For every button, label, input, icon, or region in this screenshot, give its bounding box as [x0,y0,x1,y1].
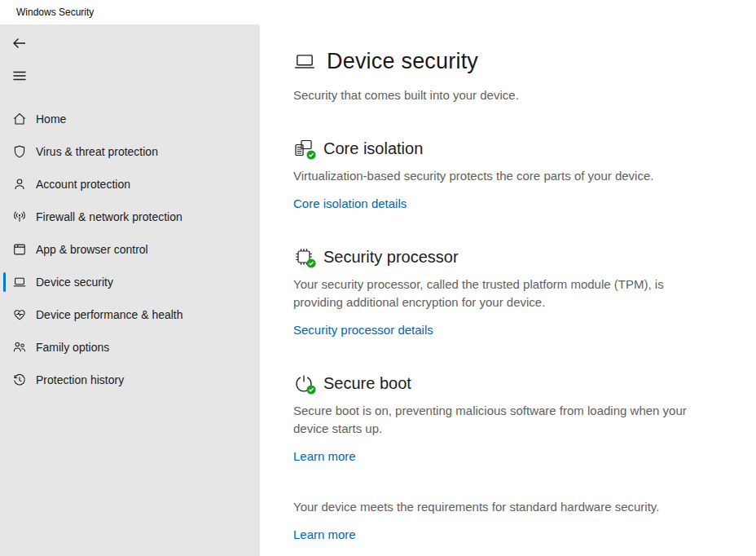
sidebar-item-label: Device performance & health [36,308,183,321]
selection-accent-bar [3,272,6,292]
shield-icon [12,144,27,159]
hardware-security-status: Your device meets the requirements for s… [293,498,705,541]
main-content: Device security Security that comes buil… [260,24,756,556]
hardware-security-text: Your device meets the requirements for s… [293,498,705,516]
back-arrow-icon [11,35,28,51]
sidebar-item-virus-threat-protection[interactable]: Virus & threat protection [0,135,260,168]
core-isolation-icon [293,138,314,159]
sidebar-item-label: Device security [36,276,113,289]
sidebar-item-protection-history[interactable]: Protection history [0,364,260,396]
window-title: Windows Security [0,7,94,18]
page-subtitle: Security that comes built into your devi… [293,88,756,102]
section-description: Secure boot is on, preventing malicious … [293,402,705,438]
sidebar-item-device-security[interactable]: Device security [0,266,260,298]
history-icon [12,373,27,387]
sidebar-item-firewall-network-protection[interactable]: Firewall & network protection [0,201,260,233]
sidebar-item-family-options[interactable]: Family options [0,331,260,364]
home-icon [12,112,27,126]
page-header: Device security [293,49,756,74]
status-ok-badge [306,385,316,395]
sidebar-item-label: Firewall & network protection [36,210,182,223]
sidebar-item-home[interactable]: Home [0,103,260,135]
sidebar-item-label: Protection history [36,373,124,386]
sidebar-item-label: App & browser control [36,243,148,256]
security-processor-chip-icon [293,246,314,267]
section-title: Core isolation [323,139,423,158]
antenna-icon [12,210,27,224]
family-icon [12,340,27,355]
page-title: Device security [327,49,478,74]
hardware-security-learn-more-link[interactable]: Learn more [293,527,356,541]
person-icon [12,177,27,192]
secure-boot-power-icon [293,373,314,394]
sidebar-nav: Home Virus & threat protection [0,103,260,396]
sidebar-item-label: Family options [36,341,109,354]
heart-pulse-icon [12,307,27,322]
status-ok-badge [306,258,316,268]
laptop-icon [12,275,27,289]
section-core-isolation: Core isolation Virtualization-based secu… [293,138,705,210]
section-title: Security processor [323,248,459,267]
menu-button[interactable] [9,65,30,86]
laptop-icon [293,51,316,73]
sidebar-item-account-protection[interactable]: Account protection [0,168,260,201]
titlebar: Windows Security [0,0,756,24]
windows-security-app: Home Virus & threat protection [0,24,756,556]
hamburger-icon [12,68,27,83]
secure-boot-learn-more-link[interactable]: Learn more [293,449,356,463]
sidebar-item-app-browser-control[interactable]: App & browser control [0,233,260,266]
sidebar-item-label: Home [36,113,66,126]
back-button[interactable] [9,33,30,54]
section-header: Secure boot [293,373,705,394]
section-header: Security processor [293,246,705,267]
section-security-processor: Security processor Your security process… [293,246,705,337]
section-description: Your security processor, called the trus… [293,276,705,311]
core-isolation-details-link[interactable]: Core isolation details [293,196,407,210]
sidebar-item-label: Virus & threat protection [36,145,158,158]
sidebar-item-device-performance-health[interactable]: Device performance & health [0,298,260,331]
status-ok-badge [306,150,316,160]
sidebar-item-label: Account protection [36,178,130,191]
section-title: Secure boot [323,374,411,393]
security-processor-details-link[interactable]: Security processor details [293,323,433,337]
section-secure-boot: Secure boot Secure boot is on, preventin… [293,373,705,463]
section-header: Core isolation [293,138,705,159]
section-description: Virtualization-based security protects t… [293,167,705,185]
app-window-icon [12,242,27,257]
sidebar: Home Virus & threat protection [0,24,260,556]
